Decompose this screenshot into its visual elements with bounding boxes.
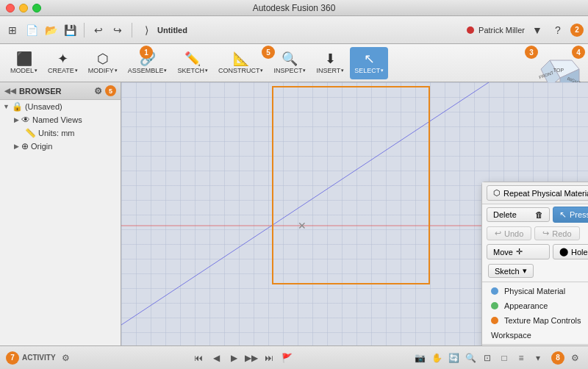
help-icon[interactable]: ? bbox=[550, 22, 566, 38]
main-area: ◀◀ BROWSER ⚙ 5 ▼ 🔒 (Unsaved) ▶ 👁 Named V… bbox=[0, 82, 588, 345]
inspect-button[interactable]: 🔍 INSPECT▾ bbox=[269, 47, 310, 79]
window-controls bbox=[6, 4, 41, 12]
tree-item-units[interactable]: 📏 Units: mm bbox=[0, 126, 121, 140]
tree-item-unsaved[interactable]: ▼ 🔒 (Unsaved) bbox=[0, 100, 121, 113]
ctx-physical-material-item[interactable]: Physical Material bbox=[482, 284, 588, 298]
construct-icon: 📐 bbox=[233, 52, 249, 65]
toolbar-right: Patrick Miller ▼ ? 2 bbox=[467, 22, 584, 38]
display-mode-icon[interactable]: □ bbox=[497, 351, 512, 365]
camera-icon[interactable]: 📷 bbox=[412, 351, 427, 365]
select-button[interactable]: ↖ SELECT▾ bbox=[350, 47, 388, 79]
ctx-separator1 bbox=[482, 282, 588, 282]
modify-label: MODIFY bbox=[88, 67, 114, 74]
redo-icon[interactable]: ↪ bbox=[110, 22, 126, 38]
delete-button[interactable]: Delete 🗑 bbox=[487, 207, 550, 222]
playback-forward-icon[interactable]: ▶▶ bbox=[244, 351, 259, 365]
hole-label: Hole bbox=[571, 248, 588, 257]
ctx-appearance-item[interactable]: Appearance bbox=[482, 298, 588, 313]
save-icon[interactable]: 💾 bbox=[62, 22, 78, 38]
sketch-button[interactable]: ✏️ SKETCH▾ bbox=[173, 47, 212, 79]
ctx-appearance-label: Appearance bbox=[504, 301, 548, 310]
separator2 bbox=[132, 23, 132, 37]
badge-5: 5 bbox=[262, 46, 275, 59]
ctx-delete-press-row: Delete 🗑 ↖ Press Pull bbox=[482, 204, 588, 225]
delete-label: Delete bbox=[493, 210, 517, 219]
construct-button[interactable]: 📐 CONSTRUCT▾ bbox=[214, 47, 268, 79]
insert-button[interactable]: ⬇ INSERT▾ bbox=[312, 47, 348, 79]
selection-rectangle bbox=[272, 86, 430, 284]
undo-icon[interactable]: ↩ bbox=[90, 22, 107, 38]
browser-settings-icon[interactable]: ⚙ bbox=[94, 86, 102, 96]
bottombar: 7 ACTIVITY ⚙ ⏮ ◀ ▶ ▶▶ ⏭ 🚩 📷 ✋ 🔄 🔍 ⊡ □ ≡ … bbox=[0, 345, 588, 369]
tree-item-named-views[interactable]: ▶ 👁 Named Views bbox=[0, 113, 121, 126]
playback-start-icon[interactable]: ⏮ bbox=[191, 351, 206, 365]
zoom-fit-icon[interactable]: ⊡ bbox=[480, 351, 495, 365]
playback-prev-icon[interactable]: ◀ bbox=[209, 351, 223, 365]
repeat-physical-material-button[interactable]: ⬡ Repeat Physical Material bbox=[487, 185, 588, 201]
pan-icon[interactable]: ✋ bbox=[429, 351, 444, 365]
apps-icon[interactable]: ⊞ bbox=[4, 22, 21, 38]
user-name: Patrick Miller bbox=[478, 26, 525, 35]
ctx-move-hole-row: Move ✛ ⬤ Hole bbox=[482, 242, 588, 262]
modify-button[interactable]: ⬡ MODIFY▾ bbox=[84, 47, 122, 79]
ctx-texture-map-item[interactable]: Texture Map Controls bbox=[482, 313, 588, 328]
playback-play-icon[interactable]: ▶ bbox=[226, 351, 241, 365]
close-button[interactable] bbox=[6, 4, 15, 12]
model-button[interactable]: ⬛ MODEL▾ bbox=[6, 47, 42, 79]
sketch-label: SKETCH bbox=[177, 67, 204, 74]
playback-flag-icon[interactable]: 🚩 bbox=[279, 351, 294, 365]
titlebar: Autodesk Fusion 360 bbox=[0, 0, 588, 16]
select-label: SELECT bbox=[354, 67, 380, 74]
activity-label: ACTIVITY bbox=[22, 354, 56, 362]
tree-item-origin[interactable]: ▶ ⊕ Origin bbox=[0, 140, 121, 153]
minimize-button[interactable] bbox=[19, 4, 28, 12]
canvas-area: ✕ ⬡ Repeat Physical Material Delete 🗑 ↖ bbox=[121, 82, 588, 345]
ctx-physical-material-label: Physical Material bbox=[504, 287, 565, 295]
zoom-icon[interactable]: 🔍 bbox=[463, 351, 478, 365]
badge-7: 7 bbox=[6, 351, 19, 365]
badge-1: 1 bbox=[140, 46, 153, 59]
ctx-workspace-item[interactable]: Workspace ▶ bbox=[482, 328, 588, 343]
dropdown-arrow[interactable]: ▼ bbox=[529, 22, 545, 38]
settings-icon[interactable]: ⚙ bbox=[567, 351, 582, 365]
svg-text:TOP: TOP bbox=[553, 68, 564, 73]
assemble-label: ASSEMBLE bbox=[128, 67, 164, 74]
create-button[interactable]: ✦ CREATE▾ bbox=[43, 47, 82, 79]
hole-button[interactable]: ⬤ Hole bbox=[553, 244, 588, 259]
cursor-icon: ↖ bbox=[559, 209, 567, 220]
context-menu: ⬡ Repeat Physical Material Delete 🗑 ↖ Pr… bbox=[481, 182, 588, 345]
inspect-label: INSPECT bbox=[273, 67, 302, 74]
redo-button[interactable]: ↪ Redo bbox=[534, 226, 579, 240]
ctx-workspace-label: Workspace bbox=[491, 331, 531, 340]
texture-map-dot bbox=[491, 317, 498, 324]
undo-button[interactable]: ↩ Undo bbox=[487, 226, 531, 240]
ctx-separator2 bbox=[482, 344, 588, 345]
view-options-icon[interactable]: ≡ bbox=[514, 351, 528, 365]
sketch-dropdown-button[interactable]: Sketch ▾ bbox=[488, 264, 534, 278]
open-icon[interactable]: 📂 bbox=[43, 22, 59, 38]
browser-label: BROWSER bbox=[19, 87, 61, 96]
maximize-button[interactable] bbox=[32, 4, 41, 12]
modify-icon: ⬡ bbox=[97, 52, 109, 65]
app-toolbar: 1 ⬛ MODEL▾ ✦ CREATE▾ ⬡ MODIFY▾ 🔗 ASSEMBL… bbox=[0, 44, 588, 82]
insert-icon: ⬇ bbox=[325, 52, 336, 65]
orbit-icon[interactable]: 🔄 bbox=[446, 351, 461, 365]
ctx-sketch-row: Sketch ▾ bbox=[482, 262, 588, 280]
badge-8: 8 bbox=[551, 351, 564, 365]
playback-end-icon[interactable]: ⏭ bbox=[262, 351, 276, 365]
create-label: CREATE bbox=[48, 67, 74, 74]
move-button[interactable]: Move ✛ bbox=[487, 244, 550, 259]
undo-label: Undo bbox=[504, 229, 523, 238]
select-icon: ↖ bbox=[364, 52, 375, 65]
some-icon[interactable]: ⟩ bbox=[138, 22, 154, 38]
view-dropdown-arrow[interactable]: ▾ bbox=[531, 351, 545, 365]
activity-settings-icon[interactable]: ⚙ bbox=[59, 351, 74, 365]
insert-label: INSERT bbox=[316, 67, 340, 74]
main-toolbar: ⊞ 📄 📂 💾 ↩ ↪ ⟩ Untitled Patrick Miller ▼ … bbox=[0, 16, 588, 44]
record-dot bbox=[467, 26, 474, 34]
press-pull-button[interactable]: ↖ Press Pull bbox=[553, 207, 588, 223]
collapse-arrow[interactable]: ◀◀ bbox=[4, 87, 16, 95]
move-label: Move bbox=[493, 248, 513, 257]
new-file-icon[interactable]: 📄 bbox=[24, 22, 40, 38]
app-title: Autodesk Fusion 360 bbox=[253, 3, 336, 13]
